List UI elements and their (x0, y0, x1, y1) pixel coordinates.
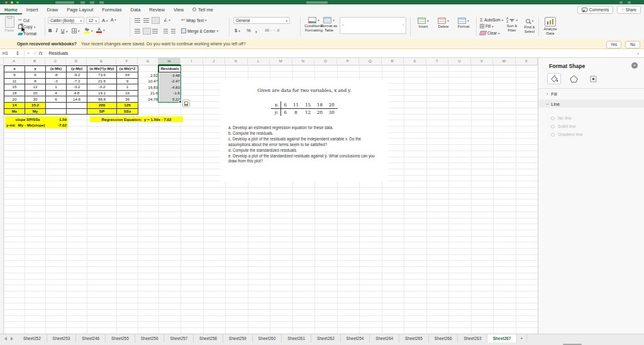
column-header-P[interactable]: P (337, 58, 360, 65)
selection-outline[interactable] (158, 65, 181, 103)
column-header-W[interactable]: W (493, 58, 516, 65)
close-window-icon[interactable] (5, 1, 8, 4)
font-color-button[interactable]: A ▾ (96, 27, 105, 33)
effects-tab[interactable] (567, 73, 580, 84)
cell[interactable]: Mx (4, 109, 25, 115)
cancel-entry-icon[interactable]: × (27, 51, 30, 55)
increase-indent-icon[interactable] (171, 29, 175, 33)
column-header-R[interactable]: R (382, 58, 404, 65)
cell[interactable] (46, 103, 67, 109)
column-header-M[interactable]: M (270, 58, 292, 65)
cell[interactable]: 30 (25, 96, 46, 103)
problem-textbox[interactable]: Given are data for two variables, x and … (220, 80, 389, 181)
cell[interactable]: y (25, 66, 46, 72)
minimize-window-icon[interactable] (11, 1, 13, 4)
cell[interactable]: (x-Mx)^2 (117, 66, 138, 72)
wrap-text-button[interactable]: ↩ Wrap Text▾ (181, 18, 207, 23)
column-header-V[interactable]: V (471, 58, 494, 65)
sheet-tab-sheet256[interactable]: Sheet256 (135, 334, 165, 342)
cell[interactable]: 1 (117, 84, 138, 91)
column-header-U[interactable]: U (448, 58, 471, 65)
align-right-icon[interactable] (152, 29, 158, 33)
cell[interactable]: 16 (117, 91, 138, 97)
sheet-tab-sheet255[interactable]: Sheet255 (106, 334, 135, 342)
name-box-stepper[interactable] (16, 51, 19, 55)
cell[interactable]: 88.8 (87, 96, 117, 103)
currency-button[interactable]: $▾ (235, 28, 240, 33)
next-sheet-icon[interactable] (11, 337, 13, 341)
column-header-K[interactable]: K (225, 58, 248, 65)
cell[interactable]: 18 (4, 91, 25, 97)
cell[interactable]: 73.6 (87, 72, 117, 79)
grow-font-button[interactable]: A▴ (102, 18, 108, 23)
sheet-tab-sheet253[interactable]: Sheet253 (47, 334, 77, 342)
ribbon-tab-data[interactable]: Data (126, 4, 145, 14)
cell[interactable]: 6 (4, 72, 25, 79)
comments-button[interactable]: Comments (577, 6, 613, 14)
cell[interactable] (67, 103, 87, 109)
delete-cells-button[interactable]: ▾ Delete (434, 18, 453, 29)
paste-button[interactable]: Paste (2, 16, 17, 33)
formula-bar-expand-icon[interactable]: ▾ (637, 52, 639, 55)
number-format-select[interactable]: General▾ (233, 17, 290, 24)
cell[interactable]: SP (87, 109, 117, 115)
fill-section-header[interactable]: › Fill (547, 91, 557, 97)
sheet-tab-sheet264[interactable]: Sheet264 (370, 334, 399, 342)
regression-equation-cell[interactable]: Regression Equation: y = 1.59x - 7.02 (90, 116, 183, 123)
cell[interactable]: 14 (4, 103, 25, 109)
ribbon-tab-home[interactable]: Home (0, 4, 22, 14)
sheet-tab-sheet266[interactable]: Sheet266 (429, 334, 458, 342)
align-middle-icon[interactable] (143, 18, 149, 23)
column-header-B[interactable]: B (25, 58, 45, 65)
cell[interactable] (46, 109, 67, 115)
cell[interactable]: 4.8 (67, 91, 87, 97)
column-header-C[interactable]: C (45, 58, 66, 65)
autosum-button[interactable]: Σ AutoSum▾ (480, 17, 503, 23)
cell[interactable]: x (4, 66, 25, 72)
cut-button[interactable]: ✂ Cut (18, 18, 30, 23)
italic-button[interactable]: I (55, 28, 57, 33)
formula-input[interactable]: Residuals (49, 51, 69, 55)
cell[interactable]: 12 (25, 84, 46, 91)
cell[interactable]: 15.2 (25, 103, 46, 109)
prev-sheet-icon[interactable] (4, 337, 7, 341)
cell[interactable]: (y-My) (67, 66, 87, 72)
cell[interactable]: 20 (4, 96, 25, 103)
cell[interactable]: -8 (46, 72, 67, 79)
column-header-X[interactable]: X (516, 58, 538, 65)
column-header-H[interactable]: H (158, 58, 180, 65)
search-icon[interactable] (619, 1, 623, 4)
percent-button[interactable]: % (247, 28, 251, 33)
cell[interactable]: 21.6 (138, 91, 159, 97)
borders-button[interactable]: ▾ (72, 28, 80, 33)
slope-row[interactable]: slope SP/SSx 1.59 (5, 116, 68, 123)
cell[interactable]: -3 (46, 79, 67, 85)
no-button[interactable]: No (625, 41, 640, 48)
format-as-table-button[interactable]: ▾ Format as Table (319, 17, 338, 32)
cell[interactable]: 19.2 (87, 91, 117, 97)
zoom-window-icon[interactable] (16, 1, 19, 4)
decrease-indent-icon[interactable] (164, 29, 168, 33)
column-header-I[interactable]: I (180, 58, 203, 65)
cell[interactable]: 10.47 (138, 79, 159, 85)
bold-button[interactable]: B (48, 28, 52, 33)
insert-function-icon[interactable]: fx (38, 51, 43, 56)
font-size-select[interactable]: 12▾ (86, 17, 99, 24)
column-header-G[interactable]: G (138, 58, 158, 65)
column-header-N[interactable]: N (292, 58, 315, 65)
sheet-tab-sheet257[interactable]: Sheet257 (165, 334, 194, 342)
gallery-next-icon[interactable]: › (402, 23, 404, 27)
shrink-font-button[interactable]: A▾ (111, 18, 116, 22)
column-header-F[interactable]: F (116, 58, 138, 65)
font-name-select[interactable]: Calibri (Body)▾ (48, 17, 84, 24)
cell-styles-gallery[interactable]: ‹ › (340, 17, 406, 34)
sheet-tab-sheet262[interactable]: Sheet262 (311, 334, 341, 342)
cell[interactable]: 1 (46, 84, 67, 91)
cell[interactable]: 2.52 (138, 72, 159, 79)
autosave-toggle[interactable] (55, 1, 74, 4)
cell[interactable]: -3.2 (87, 84, 117, 91)
analyze-data-button[interactable]: Analyze Data (541, 17, 560, 35)
align-bottom-icon[interactable] (152, 18, 159, 23)
insert-cells-button[interactable]: ▾ Insert (414, 18, 433, 29)
sheet-tab-sheet265[interactable]: Sheet265 (399, 334, 429, 342)
